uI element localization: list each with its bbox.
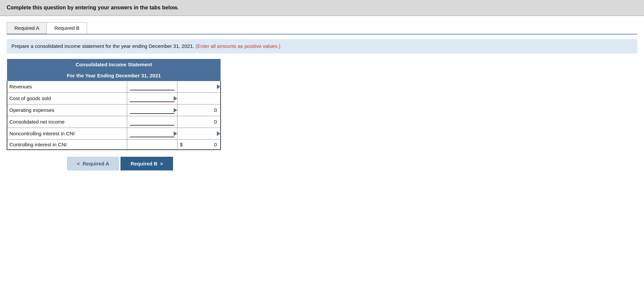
row-input-1[interactable] [130,95,174,102]
nav-buttons: < Required A Required B > [67,157,637,170]
instruction-header: Complete this question by entering your … [0,0,644,16]
next-button[interactable]: Required B > [120,157,173,170]
row-value-3: 0 [214,119,217,125]
table-row: Revenues [7,81,221,93]
table-row: Operating expenses0 [7,104,221,116]
tab-content: Prepare a consolidated income statement … [7,34,637,150]
row-input-cell-4 [127,128,177,139]
dollar-sign-5: $ [180,142,183,147]
row-value-cell-1 [177,92,221,104]
row-value-cell-2: 0 [177,104,221,116]
tab-required-b[interactable]: Required B [47,22,87,34]
row-value-5: 0 [214,142,217,147]
row-value-cell-3: 0 [177,116,221,128]
tabs-row: Required A Required B [7,22,637,34]
next-label: Required B [131,161,157,166]
table-title1: Consolidated Income Statement [7,59,221,70]
arrow-indicator-input-4 [174,131,177,136]
arrow-indicator-value-0 [217,84,220,89]
tab-a-label: Required A [14,25,39,31]
row-value-cell-4 [177,128,221,139]
row-label-1: Cost of goods sold [7,92,127,104]
row-value-cell-0 [177,81,221,93]
row-input-cell-0 [127,81,177,93]
row-input-4[interactable] [130,130,174,137]
row-label-4: Noncontrolling interest in CNI [7,128,127,139]
table-row: Cost of goods sold [7,92,221,104]
row-label-3: Consolidated net income [7,116,127,128]
table-row: Controlling interest in CNI$0 [7,139,221,150]
instruction-highlight: (Enter all amounts as positive values.) [195,43,280,49]
table-title2: For the Year Ending December 31, 2021 [7,70,221,81]
row-input-0[interactable] [130,83,174,90]
arrow-indicator-value-4 [217,131,220,136]
row-value-2: 0 [214,107,217,113]
row-input-3[interactable] [130,118,174,126]
header-text: Complete this question by entering your … [7,5,178,10]
row-input-cell-1 [127,92,177,104]
prev-button[interactable]: < Required A [67,157,119,170]
row-label-2: Operating expenses [7,104,127,116]
row-input-cell-3 [127,116,177,128]
row-label-5: Controlling interest in CNI [7,139,127,150]
instruction-bar: Prepare a consolidated income statement … [7,39,637,54]
row-input-2[interactable] [130,106,174,114]
prev-label: Required A [83,161,109,166]
row-value-cell-5: $0 [177,139,221,150]
row-label-0: Revenues [7,81,127,93]
arrow-indicator-input-2 [174,108,177,113]
arrow-indicator-input-1 [174,96,177,101]
prev-arrow-icon: < [77,161,80,166]
row-input-cell-2 [127,104,177,116]
row-input-cell-5 [127,139,177,150]
tab-required-a[interactable]: Required A [7,22,47,34]
instruction-text: Prepare a consolidated income statement … [11,43,194,49]
table-row: Noncontrolling interest in CNI [7,128,221,139]
income-statement-table: Consolidated Income Statement For the Ye… [7,59,221,150]
tab-b-label: Required B [54,25,79,31]
next-arrow-icon: > [160,161,163,166]
table-row: Consolidated net income0 [7,116,221,128]
